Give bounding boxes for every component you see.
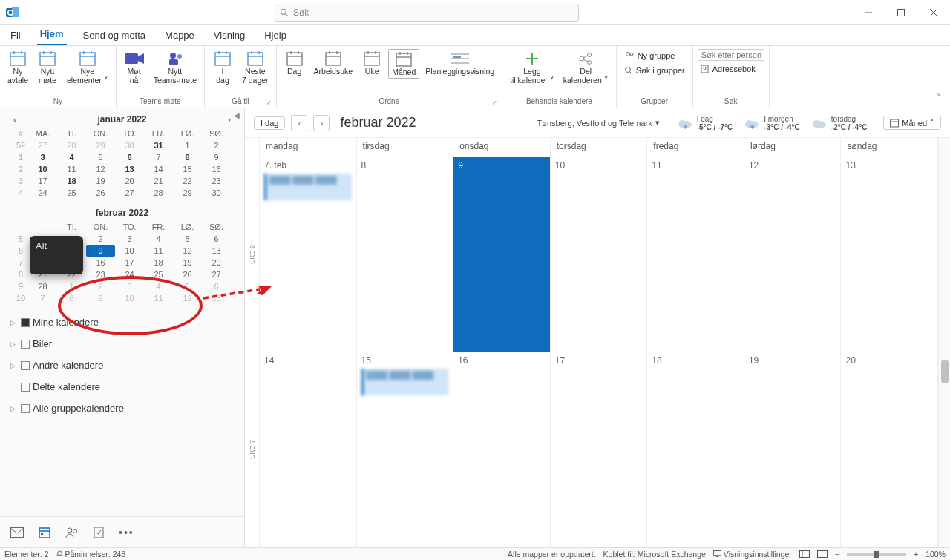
ribbon-collapse[interactable]: ˅ [928, 46, 950, 108]
calendar-cell[interactable]: 7. feb████ ████ ████ [260, 157, 357, 352]
calendar-cell[interactable]: 12 [744, 157, 842, 352]
mini-day[interactable]: 7 [28, 292, 57, 304]
ribbon-søk-i-grupper[interactable]: Søk i grupper [621, 64, 688, 77]
next-month-icon[interactable]: › [228, 115, 231, 124]
mini-day[interactable]: 22 [173, 175, 202, 187]
calendar-cell[interactable]: 9 [453, 157, 551, 352]
tab-send-og-motta[interactable]: Send og motta [80, 27, 149, 45]
ribbon-ny-gruppe[interactable]: Ny gruppe [621, 49, 688, 62]
zoom-in-icon[interactable]: + [914, 550, 918, 559]
weather-1[interactable]: ❄I morgen-3°C / -4°C [743, 115, 800, 131]
tab-hjelp[interactable]: Hjelp [261, 27, 289, 45]
mini-day[interactable]: 10 [115, 292, 144, 304]
sidebar-collapse-icon[interactable]: ◀ [234, 111, 240, 119]
tab-fil[interactable]: Fil [7, 27, 24, 45]
zoom-slider[interactable] [847, 553, 906, 556]
mini-day[interactable]: 4 [144, 280, 173, 292]
mini-day[interactable]: 2 [202, 139, 231, 151]
mini-day[interactable]: 29 [173, 187, 202, 199]
checkbox[interactable] [21, 404, 30, 413]
display-settings[interactable]: Visningsinnstillinger [713, 550, 792, 559]
mini-day[interactable]: 28 [57, 139, 86, 151]
checkbox[interactable] [21, 318, 30, 327]
ribbon-dag[interactable]: Dag [281, 49, 308, 77]
mini-day[interactable]: 30 [202, 187, 231, 199]
mini-day[interactable]: 13 [202, 292, 231, 304]
mini-day[interactable]: 21 [144, 175, 173, 187]
mini-day[interactable]: 23 [202, 175, 231, 187]
calendar-event[interactable]: ████ ████ ████ [264, 174, 352, 200]
mini-day[interactable]: 17 [28, 175, 57, 187]
mini-day[interactable]: 6 [202, 233, 231, 245]
mini-day[interactable]: 25 [57, 187, 86, 199]
ribbon-arbeidsuke[interactable]: Arbeidsuke [311, 49, 356, 77]
mini-day[interactable]: 6 [202, 280, 231, 292]
mini-day[interactable]: 27 [202, 269, 231, 280]
mini-day[interactable]: 11 [57, 163, 86, 175]
mini-day[interactable]: 16 [86, 257, 115, 269]
calendar-group-andre-kalendere[interactable]: ▷Andre kalendere [7, 355, 237, 376]
view-normal-icon[interactable] [799, 550, 810, 558]
calendar-group-delte-kalendere[interactable]: Delte kalendere [7, 376, 237, 398]
mini-day[interactable]: 13 [202, 245, 231, 257]
mini-day[interactable]: 24 [28, 187, 57, 199]
mini-day[interactable]: 29 [86, 139, 115, 151]
ribbon-nytt-møte[interactable]: Nyttmøte [34, 49, 61, 86]
calendar-icon[interactable] [39, 527, 50, 538]
mini-day[interactable]: 13 [115, 163, 144, 175]
mini-day[interactable]: 31 [144, 139, 173, 151]
ribbon-legg-til-kalender[interactable]: Leggtil kalender ˅ [507, 49, 557, 86]
tab-hjem[interactable]: Hjem [37, 25, 67, 45]
mini-day[interactable]: 23 [86, 269, 115, 280]
calendar-cell[interactable]: 16 [453, 352, 551, 547]
mini-day[interactable]: 19 [173, 257, 202, 269]
ribbon-adressebok[interactable]: Adressebok [698, 62, 764, 76]
scrollbar-thumb[interactable] [941, 360, 949, 383]
calendar-cell[interactable]: 8 [357, 157, 454, 352]
mini-day[interactable]: 16 [202, 163, 231, 175]
mini-calendar-jan[interactable]: ‹januar 2022›#MA.TI.ON.TO.FR.LØ.SØ.52272… [0, 108, 244, 202]
mini-day[interactable]: 20 [115, 175, 144, 187]
mini-day[interactable]: 9 [86, 292, 115, 304]
view-reading-icon[interactable] [817, 550, 828, 558]
mini-day[interactable]: 9 [202, 151, 231, 163]
mini-day[interactable]: 11 [144, 245, 173, 257]
zoom-out-icon[interactable]: − [835, 550, 839, 559]
mini-day[interactable]: 18 [144, 257, 173, 269]
mail-icon[interactable] [10, 527, 24, 538]
mini-day[interactable]: 12 [86, 163, 115, 175]
window-close[interactable] [917, 0, 950, 25]
ribbon-neste-7-dager[interactable]: Neste7 dager [239, 49, 272, 86]
ribbon-ny-avtale[interactable]: Nyavtale [4, 49, 31, 86]
mini-day[interactable]: 8 [173, 151, 202, 163]
calendar-cell[interactable]: 10 [551, 157, 648, 352]
mini-day[interactable]: 28 [144, 187, 173, 199]
mini-day[interactable]: 27 [115, 187, 144, 199]
mini-day[interactable]: 24 [115, 269, 144, 280]
mini-day[interactable]: 18 [57, 175, 86, 187]
ribbon-uke[interactable]: Uke [358, 49, 385, 77]
mini-day[interactable]: 5 [173, 280, 202, 292]
mini-day[interactable]: 3 [115, 280, 144, 292]
mini-day[interactable]: 20 [202, 257, 231, 269]
window-maximize[interactable] [885, 0, 917, 25]
mini-day[interactable]: 15 [173, 163, 202, 175]
mini-day[interactable]: 2 [86, 280, 115, 292]
weather-0[interactable]: ❄I dag-5°C / -7°C [676, 115, 733, 131]
tab-mappe[interactable]: Mappe [162, 27, 197, 45]
prev-button[interactable]: ‹ [291, 115, 307, 131]
calendar-group-alle-gruppekalendere[interactable]: ▷Alle gruppekalendere [7, 398, 237, 419]
mini-day[interactable]: 12 [173, 245, 202, 257]
mini-day[interactable]: 3 [115, 233, 144, 245]
mini-day[interactable]: 28 [28, 280, 57, 292]
global-search[interactable]: Søk [275, 4, 579, 22]
next-button[interactable]: › [313, 115, 330, 131]
mini-day[interactable]: 14 [144, 163, 173, 175]
ribbon-måned[interactable]: Måned [388, 49, 419, 79]
mini-day[interactable]: 5 [86, 151, 115, 163]
prev-month-icon[interactable]: ‹ [13, 115, 16, 124]
calendar-cell[interactable]: 11 [647, 157, 744, 352]
mini-day[interactable]: 1 [173, 139, 202, 151]
mini-day[interactable]: 1 [57, 280, 86, 292]
checkbox[interactable] [21, 383, 30, 392]
